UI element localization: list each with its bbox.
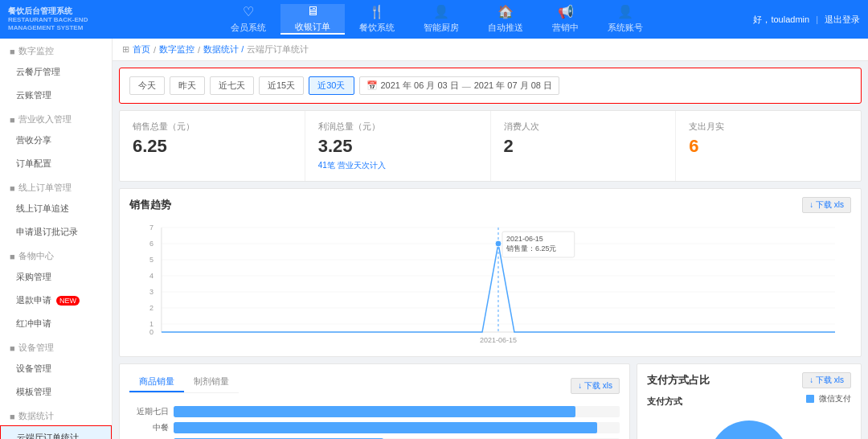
dining-icon: 🍴	[369, 4, 385, 19]
bottom-row: 商品销量 制剂销量 ↓ 下载 xls 近期七日 中餐 特色住	[119, 363, 862, 439]
filter-yesterday[interactable]: 昨天	[170, 76, 205, 95]
sidebar-item-purchase[interactable]: 采购管理	[0, 265, 112, 289]
breadcrumb: ⊞ 首页 / 数字监控 / 数据统计 / 云端厅订单统计	[113, 39, 868, 61]
svg-text:2021-06-15: 2021-06-15	[506, 235, 543, 243]
sidebar-group-supply: ■备物中心	[0, 244, 112, 265]
breadcrumb-current: 云端厅订单统计	[247, 43, 309, 55]
sidebar-item-refund-apply[interactable]: 退款申请 NEW	[0, 289, 112, 312]
breadcrumb-stats[interactable]: 数据统计 /	[203, 43, 244, 55]
stat-expenses: 支出月实 6	[676, 111, 861, 181]
tab-product-sales[interactable]: 商品销量	[129, 372, 184, 392]
sidebar-item-device[interactable]: 设备管理	[0, 357, 112, 380]
bar-download-btn[interactable]: ↓ 下载 xls	[571, 378, 620, 394]
svg-text:6: 6	[149, 240, 154, 248]
bar-chart-header: 商品销量 制剂销量 ↓ 下载 xls	[129, 372, 620, 400]
app-logo: 餐饮后台管理系统 RESTAURANT BACK-END MANAGEMENT …	[8, 6, 121, 31]
sidebar-group-revenue: ■营业收入管理	[0, 107, 112, 129]
stat-consumers: 消费人次 2	[491, 111, 677, 181]
nav-item-orders[interactable]: 🖥 收银订单	[280, 4, 345, 35]
chart-title: 销售趋势	[129, 198, 171, 212]
filter-bar: 今天 昨天 近七天 近15天 近30天 📅 2021 年 06 月 03 日 —…	[119, 68, 862, 104]
bar-chart-section: 商品销量 制剂销量 ↓ 下载 xls 近期七日 中餐 特色住	[119, 363, 630, 439]
svg-text:4: 4	[149, 272, 154, 280]
trend-svg: 7 6 5 4 3 2 1 0 2021-	[129, 220, 851, 344]
line-chart: 7 6 5 4 3 2 1 0 2021-	[129, 220, 851, 348]
pie-download-btn[interactable]: ↓ 下载 xls	[802, 372, 851, 388]
date-range-input[interactable]: 📅 2021 年 06 月 03 日 — 2021 年 07 月 08 日	[359, 76, 559, 95]
tab-pharmacy-sales[interactable]: 制剂销量	[184, 372, 239, 392]
bar-row-1: 近期七日	[129, 406, 620, 417]
sidebar: ■数字监控 云餐厅管理 云账管理 ■营业收入管理 营收分享 订单配置 ■线上订单…	[0, 39, 113, 439]
marketing-icon: 📢	[558, 4, 574, 19]
pie-header: 支付方式占比 ↓ 下载 xls	[647, 372, 851, 388]
sidebar-item-red-flush[interactable]: 红冲申请	[0, 312, 112, 335]
sidebar-item-refund-batch[interactable]: 申请退订批记录	[0, 220, 112, 244]
svg-text:3: 3	[149, 288, 154, 296]
pie-title: 支付方式占比	[647, 373, 710, 388]
filter-15days[interactable]: 近15天	[259, 76, 304, 95]
sidebar-item-template[interactable]: 模板管理	[0, 380, 112, 404]
nav-item-push[interactable]: 🏠 自动推送	[473, 4, 538, 35]
bar-fill-1	[174, 406, 575, 417]
svg-text:5: 5	[149, 256, 154, 264]
badge-new: NEW	[56, 296, 80, 306]
nav-item-accounts[interactable]: 👤 系统账号	[593, 4, 657, 35]
nav-right: 好，touladmin | 退出登录	[753, 14, 860, 26]
orders-icon: 🖥	[306, 4, 319, 18]
pie-legend: 微信支付	[806, 393, 851, 404]
svg-text:2021-06-15: 2021-06-15	[480, 336, 517, 344]
pie-chart-section: 支付方式占比 ↓ 下载 xls 支付方式 微信支付 微信支付 100%	[637, 363, 862, 439]
pie-container: 支付方式 微信支付 微信支付 100%	[647, 393, 851, 439]
trend-chart-section: 销售趋势 ↓ 下载 xls 7 6	[119, 188, 862, 357]
filter-30days[interactable]: 近30天	[309, 76, 354, 95]
sidebar-group-online: ■线上订单管理	[0, 175, 112, 197]
svg-text:1: 1	[149, 320, 154, 328]
sidebar-item-order-config[interactable]: 订单配置	[0, 152, 112, 175]
breadcrumb-monitor[interactable]: 数字监控	[159, 43, 194, 55]
sidebar-item-cloud-account[interactable]: 云账管理	[0, 84, 112, 107]
push-icon: 🏠	[497, 4, 514, 19]
trend-download-btn[interactable]: ↓ 下载 xls	[802, 197, 851, 213]
filter-today[interactable]: 今天	[129, 76, 165, 95]
sidebar-item-cloud-order-stats[interactable]: 云端厅订单统计	[0, 425, 112, 439]
svg-point-23	[709, 421, 789, 439]
breadcrumb-home[interactable]: 首页	[133, 43, 150, 55]
sidebar-item-online-track[interactable]: 线上订单追述	[0, 197, 112, 220]
layout: ■数字监控 云餐厅管理 云账管理 ■营业收入管理 营收分享 订单配置 ■线上订单…	[0, 39, 868, 439]
filter-7days[interactable]: 近七天	[210, 76, 254, 95]
calendar-icon: 📅	[366, 80, 378, 91]
sidebar-group-monitor: ■数字监控	[0, 39, 112, 60]
svg-text:7: 7	[149, 224, 154, 232]
pie-svg	[685, 412, 813, 439]
top-nav: 餐饮后台管理系统 RESTAURANT BACK-END MANAGEMENT …	[0, 0, 868, 39]
sidebar-item-cloud-restaurant[interactable]: 云餐厅管理	[0, 60, 112, 84]
nav-item-dining[interactable]: 🍴 餐饮系统	[345, 4, 409, 35]
tab-bar: 商品销量 制剂销量	[129, 372, 239, 393]
sidebar-item-revenue-share[interactable]: 营收分享	[0, 129, 112, 152]
logout-link[interactable]: 退出登录	[825, 14, 860, 26]
nav-items: ♡ 会员系统 🖥 收银订单 🍴 餐饮系统 👤 智能厨房 🏠 自动推送 📢 营销中…	[121, 4, 753, 35]
stat-profit-total: 利润总量（元） 3.25 41笔 营业天次计入	[305, 111, 491, 181]
bar-row-2: 中餐	[129, 422, 620, 433]
main-content: ⊞ 首页 / 数字监控 / 数据统计 / 云端厅订单统计 今天 昨天 近七天 近…	[113, 39, 868, 439]
svg-text:销售量：6.25元: 销售量：6.25元	[506, 244, 556, 252]
legend-label: 微信支付	[819, 393, 851, 404]
kitchen-icon: 👤	[433, 4, 449, 19]
legend-dot	[806, 395, 814, 403]
members-icon: ♡	[243, 4, 254, 19]
svg-text:0: 0	[149, 328, 154, 336]
pie-chart-title: 支付方式	[647, 396, 682, 408]
nav-item-members[interactable]: ♡ 会员系统	[216, 4, 280, 35]
sidebar-group-stats: ■数据统计	[0, 404, 112, 425]
svg-text:2: 2	[149, 304, 154, 312]
nav-item-kitchen[interactable]: 👤 智能厨房	[409, 4, 473, 35]
accounts-icon: 👤	[617, 4, 633, 19]
stat-sales-total: 销售总量（元） 6.25	[120, 111, 305, 181]
sidebar-group-device: ■设备管理	[0, 335, 112, 357]
stats-row: 销售总量（元） 6.25 利润总量（元） 3.25 41笔 营业天次计入 消费人…	[119, 110, 862, 182]
bar-chart: 近期七日 中餐 特色住 自助餐厅	[129, 406, 620, 439]
nav-item-marketing[interactable]: 📢 营销中	[538, 4, 593, 35]
bar-fill-2	[174, 422, 597, 433]
chart-header: 销售趋势 ↓ 下载 xls	[129, 197, 851, 213]
